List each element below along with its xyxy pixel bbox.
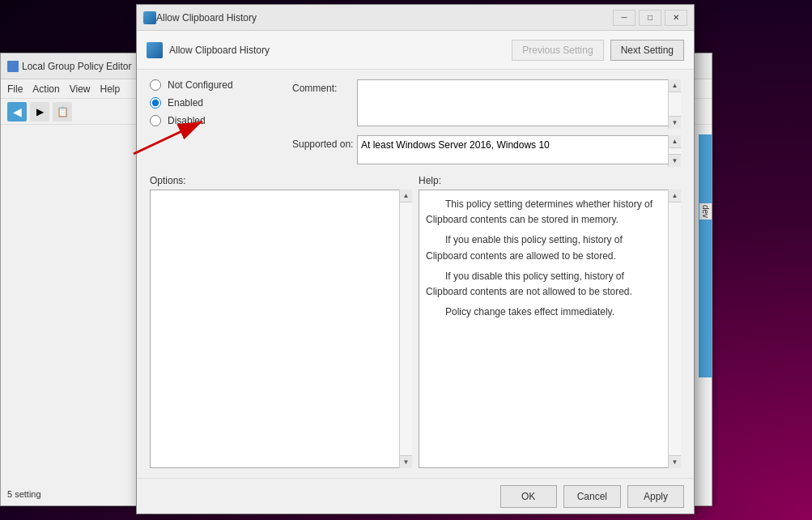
supported-field-container: ▲ ▼ [357,135,681,167]
options-scroll-track [400,202,412,455]
comment-scroll-down[interactable]: ▼ [669,116,681,129]
dialog-title-icon [143,11,156,24]
options-box-container: ▲ ▼ [150,190,412,468]
header-icon [147,42,163,58]
next-setting-button[interactable]: Next Setting [610,40,684,61]
help-text-content: This policy setting determines whether h… [419,190,680,326]
radio-group: Not Configured Enabled Disabled [150,79,279,167]
comment-label: Comment: [292,79,351,94]
cancel-button[interactable]: Cancel [563,485,621,508]
comment-scroll-track [669,92,681,116]
settings-count: 5 setting [7,489,41,499]
toolbar-back-btn[interactable]: ◀ [7,102,27,121]
dialog-body: Not Configured Enabled Disabled [137,70,694,478]
supported-scroll-track [669,148,681,154]
radio-enabled-label: Enabled [168,97,203,109]
options-box [150,190,412,468]
apply-button[interactable]: Apply [627,485,684,508]
radio-enabled[interactable]: Enabled [150,97,279,109]
help-scroll-down[interactable]: ▼ [669,455,681,468]
radio-not-configured-label: Not Configured [168,79,233,91]
help-label: Help: [419,175,441,186]
options-help-labels: Options: Help: [150,175,681,186]
radio-enabled-input[interactable] [150,97,161,109]
supported-scroll-down[interactable]: ▼ [669,154,681,167]
comment-row: Comment: ▲ ▼ [292,79,681,129]
comment-scroll-up[interactable]: ▲ [669,79,681,92]
comment-scrollbar: ▲ ▼ [668,79,681,129]
dialog-title-text: Allow Clipboard History [156,12,613,23]
options-scrollbar: ▲ ▼ [399,190,412,468]
minimize-button[interactable]: ─ [613,10,636,26]
options-scroll-up[interactable]: ▲ [400,190,412,202]
supported-label: Supported on: [292,135,351,150]
toolbar-forward-btn[interactable]: ▶ [30,102,49,121]
help-label-container: Help: [419,175,681,186]
dev-label: dev [699,203,712,220]
bg-window-title: Local Group Policy Editor [22,61,131,72]
radio-disabled-label: Disabled [168,115,206,126]
radio-disabled[interactable]: Disabled [150,115,279,126]
help-scroll-up[interactable]: ▲ [669,190,681,202]
help-scroll-track [669,202,681,455]
options-scroll-down[interactable]: ▼ [400,455,412,468]
help-box: This policy setting determines whether h… [419,190,681,468]
menu-file[interactable]: File [7,83,23,95]
comment-field[interactable] [357,79,681,126]
radio-not-configured-input[interactable] [150,79,161,91]
supported-row: Supported on: ▲ ▼ [292,135,681,167]
radio-not-configured[interactable]: Not Configured [150,79,279,91]
bg-window-icon [7,61,19,72]
supported-field [357,135,681,164]
options-label-container: Options: [150,175,412,186]
help-box-container: This policy setting determines whether h… [419,190,681,468]
menu-view[interactable]: View [70,83,91,95]
comment-field-container: ▲ ▼ [357,79,681,129]
help-scrollbar: ▲ ▼ [668,190,681,468]
menu-action[interactable]: Action [32,83,59,95]
toolbar-icon2[interactable]: 📋 [53,102,72,121]
ok-button[interactable]: OK [500,485,557,508]
dialog-header: Allow Clipboard History Previous Setting… [137,31,694,70]
supported-scroll-up[interactable]: ▲ [669,135,681,148]
header-setting-title: Allow Clipboard History [169,45,505,56]
options-label: Options: [150,175,186,186]
bg-right-edge [699,134,712,377]
dialog-window: Allow Clipboard History ─ □ ✕ Allow Clip… [136,4,695,514]
titlebar-controls: ─ □ ✕ [613,10,687,26]
menu-help[interactable]: Help [100,83,121,95]
options-help-section: ▲ ▼ This policy setting determines wheth… [150,190,681,468]
radio-disabled-input[interactable] [150,115,161,126]
maximize-button[interactable]: □ [639,10,661,26]
dialog-footer: OK Cancel Apply [137,478,694,514]
supported-scrollbar: ▲ ▼ [668,135,681,167]
dialog-titlebar: Allow Clipboard History ─ □ ✕ [137,5,694,31]
previous-setting-button[interactable]: Previous Setting [512,40,603,61]
close-button[interactable]: ✕ [665,10,687,26]
